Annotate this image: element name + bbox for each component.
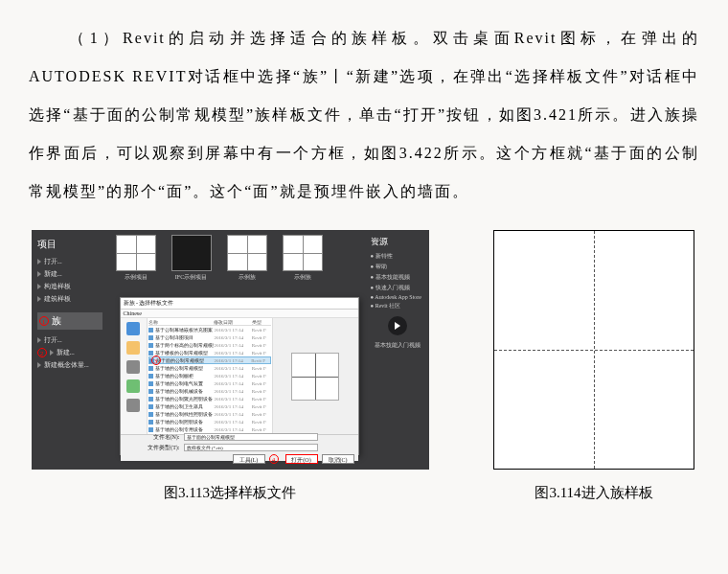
file-row: 基于墙的公制聚光照明设备2016/3/1 17:14Revit F <box>148 395 271 402</box>
marker-1-icon: 1 <box>39 316 49 326</box>
family-new-item: 2新建... <box>37 348 102 357</box>
open-button: 打开(O) <box>285 454 318 464</box>
right-panel-item: ● Revit 社区 <box>371 302 425 310</box>
file-icon <box>148 343 153 348</box>
marker-3-icon: 3 <box>151 356 161 365</box>
video-label: 基本技能入门视频 <box>371 341 425 350</box>
thumb-image <box>283 235 323 271</box>
file-icon <box>148 420 153 425</box>
thumb-item: 示例族 <box>280 235 326 290</box>
dialog-footer: 文件名(N): 基于面的公制常规模型 文件类型(T): 族样板文件 (*.rft… <box>121 434 358 461</box>
right-panel-item: ● Autodesk App Store <box>371 294 425 300</box>
main-paragraph: （1）Revit的启动并选择适合的族样板。双击桌面Revit图标，在弹出的AUT… <box>29 19 699 211</box>
file-row: 基于面的公制常规模型2016/3/1 17:14Revit F3 <box>148 356 271 364</box>
file-row: 基于楼板的公制常规模型2016/3/1 17:14Revit F <box>148 349 271 356</box>
filename-field: 基于面的公制常规模型 <box>184 433 318 441</box>
figure-left-caption: 图3.113选择样板文件 <box>164 484 296 502</box>
nav-folder-icon <box>126 360 140 374</box>
dialog-preview <box>272 318 358 434</box>
file-dialog: 新族 - 选择样板文件 Chinese 名称 修 <box>120 297 359 455</box>
nav-folder-icon <box>126 399 140 412</box>
file-icon <box>148 328 153 333</box>
file-row: 基于墙的公制橱柜2016/3/1 17:14Revit F <box>148 372 271 379</box>
dialog-nav <box>121 318 148 434</box>
video-play-icon <box>388 316 407 335</box>
file-icon <box>148 381 153 386</box>
file-row: 基于两个标高的公制常规模型2016/3/1 17:14Revit F <box>148 341 271 349</box>
thumb-item: IFC示例项目 <box>169 235 215 290</box>
file-list-header: 名称 修改日期 类型 <box>148 319 271 326</box>
template-face-box <box>493 230 694 470</box>
nav-folder-icon <box>126 341 140 355</box>
nav-folder-icon <box>126 322 140 335</box>
screenshot-left-panel: 项目 打开... 新建... 构造样板 建筑样板 1族 打开... 2新建...… <box>32 230 108 470</box>
file-row: 基于墙的公制电气装置2016/3/1 17:14Revit F <box>148 379 271 387</box>
filetype-field: 族样板文件 (*.rft) <box>184 444 318 451</box>
file-row: 基于公制幕墙嵌板填充图案2016/3/1 17:14Revit F <box>148 326 271 333</box>
family-title: 1族 <box>37 312 102 330</box>
family-item: 新建概念体量... <box>37 360 102 370</box>
cancel-button: 取消(C) <box>322 454 354 464</box>
filetype-label: 文件类型(T): <box>148 444 179 452</box>
thumb-image <box>116 235 156 271</box>
right-panel-item: ● 帮助 <box>371 263 425 271</box>
file-row: 基于墙的公制常规模型2016/3/1 17:14Revit F <box>148 364 271 372</box>
file-icon <box>148 412 153 417</box>
figures-row: 项目 打开... 新建... 构造样板 建筑样板 1族 打开... 2新建...… <box>29 230 699 502</box>
figure-right-caption: 图3.114进入族样板 <box>535 484 652 502</box>
left-panel-item: 构造样板 <box>37 282 102 291</box>
right-panel-item: ● 基本技能视频 <box>371 273 425 282</box>
tools-button: 工具(L) <box>233 454 265 464</box>
nav-folder-icon <box>126 379 140 393</box>
preview-cross-icon <box>291 353 339 401</box>
file-icon <box>148 404 153 409</box>
screenshot-right-panel: 资源 ● 新特性 ● 帮助 ● 基本技能视频 ● 快速入门视频 ● Autode… <box>367 230 429 470</box>
marker-4-icon: 4 <box>269 454 279 464</box>
right-panel-item: ● 快速入门视频 <box>371 284 425 292</box>
figure-left: 项目 打开... 新建... 构造样板 建筑样板 1族 打开... 2新建...… <box>29 230 431 502</box>
file-list: 名称 修改日期 类型 基于公制幕墙嵌板填充图案2016/3/1 17:14Rev… <box>148 318 272 434</box>
file-icon <box>148 366 153 371</box>
filename-label: 文件名(N): <box>153 433 180 442</box>
right-panel-title: 资源 <box>371 236 425 248</box>
dialog-toolbar: Chinese <box>121 310 358 318</box>
left-panel-title: 项目 <box>37 238 102 251</box>
file-icon <box>148 351 153 356</box>
file-row: 基于墙的公制机械设备2016/3/1 17:14Revit F <box>148 387 271 395</box>
figure-right: 图3.114进入族样板 <box>489 230 699 502</box>
file-row: 基于公制详图项目2016/3/1 17:14Revit F <box>148 333 271 341</box>
right-panel-item: ● 新特性 <box>371 252 425 261</box>
revit-start-screenshot: 项目 打开... 新建... 构造样板 建筑样板 1族 打开... 2新建...… <box>32 230 429 470</box>
dialog-body: 名称 修改日期 类型 基于公制幕墙嵌板填充图案2016/3/1 17:14Rev… <box>121 318 358 434</box>
file-icon <box>148 335 153 340</box>
dialog-title-bar: 新族 - 选择样板文件 <box>121 298 358 310</box>
file-row: 基于墙的公制卫生器具2016/3/1 17:14Revit F <box>148 402 271 410</box>
left-panel-item: 新建... <box>37 269 102 279</box>
left-panel-item: 打开... <box>37 257 102 266</box>
left-panel-item: 建筑样板 <box>37 294 102 304</box>
file-icon <box>148 389 153 394</box>
file-icon <box>148 397 153 402</box>
thumb-image <box>227 235 267 271</box>
file-icon <box>148 374 153 379</box>
file-icon <box>148 427 153 432</box>
thumb-image <box>171 235 212 271</box>
file-row: 基于墙的公制照明设备2016/3/1 17:14Revit F <box>148 418 271 425</box>
marker-2-icon: 2 <box>37 348 47 357</box>
family-item: 打开... <box>37 335 102 345</box>
vertical-centerline <box>594 231 595 469</box>
file-row: 基于墙的公制线性照明设备2016/3/1 17:14Revit F <box>148 410 271 418</box>
thumbnail-row: 示例项目 IFC示例项目 示例族 示例族 <box>113 235 326 290</box>
thumb-item: 示例项目 <box>113 235 159 290</box>
thumb-item: 示例族 <box>224 235 270 290</box>
